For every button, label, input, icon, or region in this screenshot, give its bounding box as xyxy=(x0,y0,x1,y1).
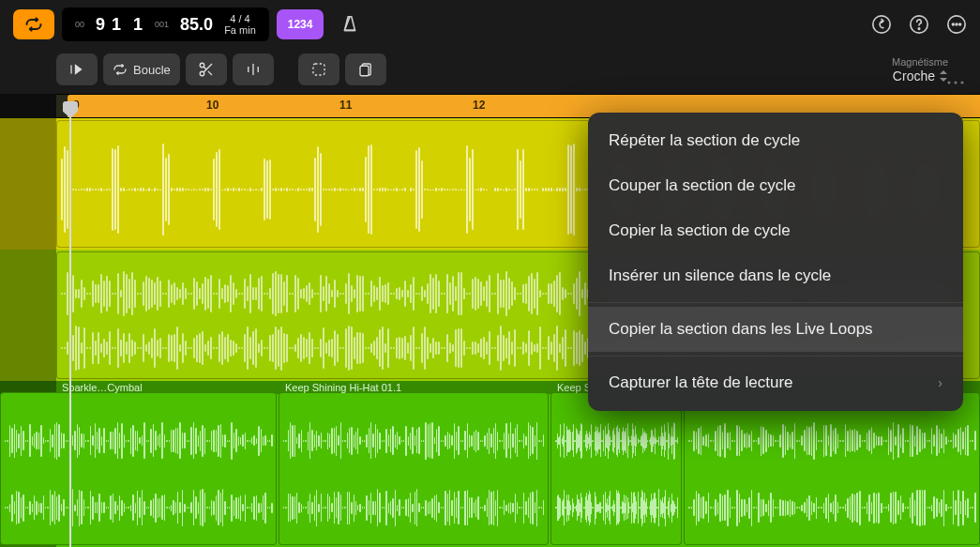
menu-copy-cycle[interactable]: Copier la section de cycle xyxy=(588,208,963,253)
position-prefix: 00 xyxy=(75,20,84,29)
scissors-button[interactable] xyxy=(186,53,227,85)
menu-insert-silence[interactable]: Insérer un silence dans le cycle xyxy=(588,253,963,298)
loop-icon xyxy=(113,62,128,77)
playhead[interactable] xyxy=(69,116,71,547)
waveform xyxy=(5,410,272,539)
track-header-1[interactable] xyxy=(0,118,56,250)
position-ticks: 001 xyxy=(155,20,169,29)
magnetism-label: Magnétisme xyxy=(892,56,948,68)
svg-point-6 xyxy=(959,23,961,25)
audio-clip[interactable]: Sparkle…Cymbal xyxy=(0,392,277,545)
svg-point-5 xyxy=(956,23,957,25)
clipboard-icon xyxy=(357,61,374,78)
signature-block[interactable]: 4 / 4 Fa min xyxy=(224,13,256,36)
clipboard-button[interactable] xyxy=(345,53,386,85)
undo-icon[interactable] xyxy=(871,14,892,35)
position-beats: 1 xyxy=(133,15,143,35)
transport-bar: 00 9 1 1 001 85.0 4 / 4 Fa min 1234 xyxy=(0,0,980,49)
menu-cut-cycle[interactable]: Couper la section de cycle xyxy=(588,163,963,208)
marquee-button[interactable] xyxy=(298,53,339,85)
menu-capture-playhead[interactable]: Capturer la tête de lecture › xyxy=(588,360,963,405)
time-signature: 4 / 4 xyxy=(230,13,249,24)
split-button[interactable] xyxy=(233,53,274,85)
position-bars: 9 1 xyxy=(96,15,122,35)
boucle-button[interactable]: Boucle xyxy=(103,53,180,85)
audio-clip[interactable]: Keep Shining Hi-Hat 01.1 xyxy=(279,392,549,545)
audio-clip[interactable]: Keep Shi…Hat 01.1 xyxy=(550,392,682,545)
menu-repeat-cycle[interactable]: Répéter la section de cycle xyxy=(588,118,963,163)
magnetism-selector[interactable]: Croche xyxy=(893,68,948,84)
catch-playhead-button[interactable] xyxy=(56,53,98,85)
boucle-label: Boucle xyxy=(133,63,171,77)
cycle-context-menu: Répéter la section de cycle Couper la se… xyxy=(588,113,963,411)
scissors-icon xyxy=(198,61,215,78)
metronome-icon xyxy=(339,14,360,35)
svg-point-7 xyxy=(200,63,204,68)
waveform xyxy=(283,410,544,539)
more-icon[interactable] xyxy=(946,14,967,35)
svg-point-14 xyxy=(960,81,963,84)
svg-point-2 xyxy=(918,28,919,29)
marquee-icon xyxy=(310,61,327,78)
waveform xyxy=(688,410,975,539)
split-icon xyxy=(245,61,262,78)
track-header-2[interactable] xyxy=(0,250,56,381)
chevron-right-icon: › xyxy=(938,375,942,390)
key-signature: Fa min xyxy=(224,24,256,36)
svg-rect-11 xyxy=(360,66,369,76)
svg-point-0 xyxy=(873,16,890,33)
count-in-label: 1234 xyxy=(288,18,313,31)
catch-playhead-icon xyxy=(68,61,85,78)
help-icon[interactable] xyxy=(909,14,929,35)
magnetism-value: Croche xyxy=(893,68,935,84)
svg-point-4 xyxy=(952,23,954,25)
waveform xyxy=(555,410,677,539)
svg-rect-9 xyxy=(313,64,324,75)
clip-label: Sparkle…Cymbal xyxy=(62,382,143,393)
clip-label: Keep Shining Hi-Hat 01.1 xyxy=(285,382,401,393)
lcd-display[interactable]: 00 9 1 1 001 85.0 4 / 4 Fa min xyxy=(62,8,269,41)
svg-point-8 xyxy=(200,71,204,76)
svg-point-13 xyxy=(954,81,957,84)
audio-clip[interactable]: Hushed Tones Hi-Hat xyxy=(684,392,980,545)
edit-toolbar: Boucle Magnétisme Croche xyxy=(0,49,980,94)
top-right-controls xyxy=(871,14,967,35)
cycle-icon xyxy=(24,17,43,32)
menu-copy-to-live-loops[interactable]: Copier la section dans les Live Loops xyxy=(588,307,963,352)
cycle-toggle-button[interactable] xyxy=(13,9,54,39)
count-in-button[interactable]: 1234 xyxy=(277,9,324,39)
svg-point-12 xyxy=(947,81,950,84)
tempo-value[interactable]: 85.0 xyxy=(180,15,213,35)
toolbar-more-button[interactable] xyxy=(946,73,965,90)
metronome-button[interactable] xyxy=(331,9,369,39)
